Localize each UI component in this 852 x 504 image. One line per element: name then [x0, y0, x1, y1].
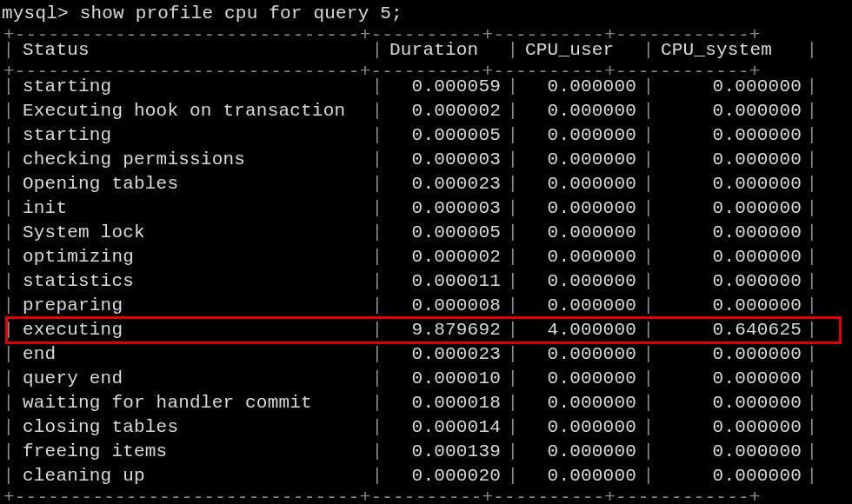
cell-duration: 0.000005	[384, 123, 506, 148]
cell-cpu-user: 0.000000	[520, 172, 642, 196]
cell-duration: 9.879692	[384, 318, 506, 342]
column-separator: |	[2, 123, 16, 148]
table-row: |System lock|0.000005|0.000000|0.000000|	[0, 221, 852, 245]
column-separator: |	[642, 318, 656, 342]
column-separator: |	[2, 269, 16, 294]
column-separator: |	[2, 148, 16, 172]
column-separator: |	[642, 99, 656, 123]
cell-cpu-user: 0.000000	[520, 245, 642, 269]
column-separator: |	[2, 464, 16, 488]
cell-duration: 0.000139	[384, 440, 506, 464]
cell-duration: 0.000011	[384, 269, 506, 294]
cell-cpu-user: 0.000000	[520, 391, 642, 415]
cell-duration: 0.000008	[384, 294, 506, 318]
column-separator: |	[370, 172, 384, 196]
cell-status: end	[16, 342, 370, 367]
column-separator: |	[506, 464, 520, 488]
col-header-duration: Duration	[384, 38, 506, 63]
column-separator: |	[370, 464, 384, 488]
column-separator: |	[642, 148, 656, 172]
cell-cpu-system: 0.000000	[656, 75, 805, 99]
cell-cpu-system: 0.000000	[656, 99, 805, 123]
column-separator: |	[506, 391, 520, 415]
column-separator: |	[805, 38, 819, 63]
cell-status: Executing hook on transaction	[16, 99, 370, 123]
cell-duration: 0.000002	[384, 99, 506, 123]
column-separator: |	[370, 245, 384, 269]
cell-cpu-system: 0.000000	[656, 391, 805, 415]
column-separator: |	[506, 221, 520, 245]
cell-cpu-user: 0.000000	[520, 294, 642, 318]
table-row: |freeing items|0.000139|0.000000|0.00000…	[0, 440, 852, 464]
column-separator: |	[370, 221, 384, 245]
cell-duration: 0.000020	[384, 464, 506, 488]
prompt-line: mysql> show profile cpu for query 5;	[0, 2, 852, 26]
column-separator: |	[506, 440, 520, 464]
column-separator: |	[642, 464, 656, 488]
cell-cpu-user: 0.000000	[520, 99, 642, 123]
column-separator: |	[370, 367, 384, 391]
cell-duration: 0.000018	[384, 391, 506, 415]
column-separator: |	[506, 367, 520, 391]
column-separator: |	[506, 172, 520, 196]
prompt-command[interactable]: show profile cpu for query 5;	[80, 3, 403, 23]
cell-status: starting	[16, 123, 370, 148]
column-separator: |	[370, 440, 384, 464]
cell-cpu-system: 0.000000	[656, 269, 805, 294]
column-separator: |	[805, 464, 819, 488]
column-separator: |	[506, 99, 520, 123]
cell-status: statistics	[16, 269, 370, 294]
col-header-cpu-user: CPU_user	[520, 38, 642, 63]
column-separator: |	[370, 294, 384, 318]
table-row: |closing tables|0.000014|0.000000|0.0000…	[0, 415, 852, 440]
column-separator: |	[2, 172, 16, 196]
column-separator: |	[2, 75, 16, 99]
column-separator: |	[2, 99, 16, 123]
cell-duration: 0.000010	[384, 367, 506, 391]
cell-cpu-user: 0.000000	[520, 123, 642, 148]
column-separator: |	[2, 38, 16, 63]
column-separator: |	[805, 196, 819, 221]
column-separator: |	[805, 75, 819, 99]
column-separator: |	[642, 415, 656, 440]
table-row: |optimizing|0.000002|0.000000|0.000000|	[0, 245, 852, 269]
column-separator: |	[642, 172, 656, 196]
column-separator: |	[506, 415, 520, 440]
column-separator: |	[506, 123, 520, 148]
cell-status: init	[16, 196, 370, 221]
cell-cpu-system: 0.000000	[656, 196, 805, 221]
column-separator: |	[642, 391, 656, 415]
cell-cpu-user: 0.000000	[520, 269, 642, 294]
cell-cpu-system: 0.000000	[656, 464, 805, 488]
column-separator: |	[370, 99, 384, 123]
cell-cpu-system: 0.000000	[656, 367, 805, 391]
cell-duration: 0.000005	[384, 221, 506, 245]
table-row: |cleaning up|0.000020|0.000000|0.000000|	[0, 464, 852, 488]
table-row: |executing|9.879692|4.000000|0.640625|	[0, 318, 852, 342]
col-header-status: Status	[16, 38, 370, 63]
table-row: |preparing|0.000008|0.000000|0.000000|	[0, 294, 852, 318]
cell-status: preparing	[16, 294, 370, 318]
cell-status: System lock	[16, 221, 370, 245]
cell-cpu-system: 0.000000	[656, 123, 805, 148]
table-row: |Opening tables|0.000023|0.000000|0.0000…	[0, 172, 852, 196]
cell-cpu-system: 0.000000	[656, 245, 805, 269]
cell-cpu-user: 4.000000	[520, 318, 642, 342]
column-separator: |	[2, 196, 16, 221]
cell-cpu-user: 0.000000	[520, 415, 642, 440]
cell-cpu-system: 0.000000	[656, 342, 805, 367]
column-separator: |	[642, 245, 656, 269]
column-separator: |	[2, 342, 16, 367]
column-separator: |	[805, 294, 819, 318]
cell-status: query end	[16, 367, 370, 391]
col-header-cpu-system: CPU_system	[656, 38, 805, 63]
column-separator: |	[370, 75, 384, 99]
cell-cpu-user: 0.000000	[520, 367, 642, 391]
column-separator: |	[370, 196, 384, 221]
cell-duration: 0.000003	[384, 196, 506, 221]
cell-cpu-system: 0.000000	[656, 172, 805, 196]
column-separator: |	[2, 415, 16, 440]
column-separator: |	[370, 148, 384, 172]
column-separator: |	[805, 391, 819, 415]
table-rule: +-------------------------------+-------…	[0, 26, 852, 38]
